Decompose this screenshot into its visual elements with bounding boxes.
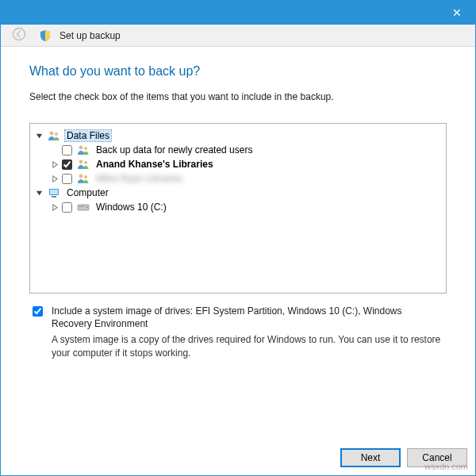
system-image-label: Include a system image of drives: EFI Sy… <box>52 305 442 330</box>
svg-point-6 <box>84 161 87 164</box>
tree-view[interactable]: Data Files ▸ Back up data for newly crea… <box>29 123 447 294</box>
subheader: Set up backup <box>1 25 475 47</box>
svg-rect-13 <box>79 206 85 207</box>
svg-point-8 <box>84 175 87 178</box>
tree-label-new-users: Back up data for newly created users <box>94 144 254 155</box>
tree-label-computer: Computer <box>65 187 110 198</box>
back-arrow-icon <box>7 27 31 44</box>
checkbox-system-image[interactable] <box>33 306 43 317</box>
svg-point-7 <box>79 175 83 178</box>
chevron-down-icon[interactable] <box>33 132 44 140</box>
svg-point-1 <box>50 132 54 136</box>
svg-point-2 <box>55 132 58 136</box>
chevron-right-icon[interactable] <box>49 161 60 168</box>
computer-icon <box>48 187 60 198</box>
footer: Next Cancel <box>1 440 475 475</box>
chevron-right-icon[interactable] <box>49 175 60 182</box>
tree-node-computer[interactable]: Computer <box>33 186 443 200</box>
content-area: What do you want to back up? Select the … <box>1 47 475 440</box>
tree-label-data-files: Data Files <box>65 130 111 141</box>
cancel-button[interactable]: Cancel <box>407 448 467 467</box>
users-icon <box>77 144 90 155</box>
system-image-description: A system image is a copy of the drives r… <box>52 333 442 359</box>
close-button[interactable]: ✕ <box>439 1 475 25</box>
system-image-text: Include a system image of drives: EFI Sy… <box>52 305 442 359</box>
svg-point-5 <box>79 160 83 164</box>
titlebar: ✕ <box>1 1 475 25</box>
svg-point-14 <box>86 207 88 209</box>
checkbox-drive-c[interactable] <box>62 202 72 213</box>
tree-label-drive-c: Windows 10 (C:) <box>94 202 168 213</box>
page-heading: What do you want to back up? <box>29 64 447 79</box>
svg-rect-11 <box>52 196 56 198</box>
users-icon <box>77 173 90 184</box>
tree-node-data-files[interactable]: Data Files <box>33 129 443 143</box>
chevron-down-icon[interactable] <box>33 190 44 197</box>
tree-node-drive-c[interactable]: Windows 10 (C:) <box>33 200 443 214</box>
svg-point-3 <box>79 146 83 150</box>
tree-label-user-libraries: Anand Khanse's Libraries <box>94 159 215 170</box>
checkbox-blurred-libraries[interactable] <box>62 174 72 184</box>
tree-label-blurred-libraries: Miles Ryan Libraries <box>94 173 184 184</box>
checkbox-new-users[interactable] <box>62 145 72 155</box>
tree-node-user-libraries[interactable]: Anand Khanse's Libraries <box>33 157 443 171</box>
subheader-title: Set up backup <box>60 30 121 41</box>
tree-node-blurred-libraries[interactable]: Miles Ryan Libraries <box>33 171 443 186</box>
svg-point-0 <box>13 28 25 40</box>
tree-node-new-users[interactable]: ▸ Back up data for newly created users <box>33 143 443 157</box>
wizard-window: ✕ Set up backup What do you want to back… <box>0 0 476 476</box>
system-image-option: Include a system image of drives: EFI Sy… <box>29 305 447 359</box>
close-icon: ✕ <box>452 6 462 19</box>
svg-point-4 <box>84 147 87 150</box>
instruction-text: Select the check box of the items that y… <box>29 91 447 102</box>
users-icon <box>48 130 60 141</box>
shield-icon <box>39 29 52 42</box>
checkbox-user-libraries[interactable] <box>62 159 72 170</box>
svg-rect-10 <box>50 190 58 194</box>
drive-icon <box>77 202 90 213</box>
users-icon <box>77 159 90 170</box>
chevron-right-icon[interactable] <box>49 204 60 211</box>
next-button[interactable]: Next <box>340 448 401 467</box>
